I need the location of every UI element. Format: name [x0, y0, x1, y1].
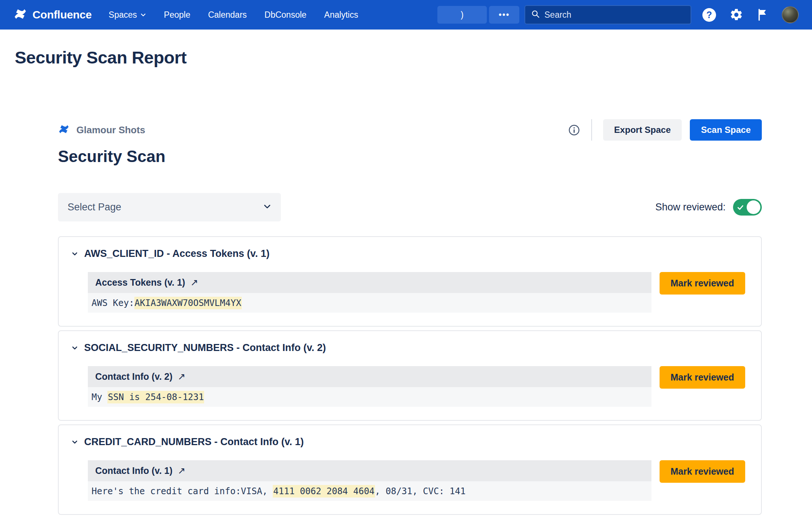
sensitive-highlight: AKIA3WAXW70OSMVLM4YX	[134, 297, 242, 309]
findings-list: AWS_CLIENT_ID - Access Tokens (v. 1) Acc…	[58, 236, 762, 515]
finding-title: SOCIAL_SECURITY_NUMBERS - Contact Info (…	[84, 342, 326, 354]
finding-title: AWS_CLIENT_ID - Access Tokens (v. 1)	[84, 248, 269, 259]
space-heading: Security Scan	[58, 147, 762, 166]
finding-content: Here's the credit card info:VISA, 4111 0…	[88, 481, 651, 501]
open-link-icon[interactable]: ↗	[178, 371, 185, 382]
finding-body: Access Tokens (v. 1) ↗ AWS Key:AKIA3WAXW…	[88, 272, 745, 313]
search-box	[524, 5, 691, 24]
nav-item-calendars[interactable]: Calendars	[208, 10, 247, 20]
source-page-link[interactable]: Contact Info (v. 2)	[95, 371, 172, 382]
export-space-button[interactable]: Export Space	[603, 119, 682, 141]
settings-gear-icon[interactable]	[729, 8, 743, 22]
show-reviewed-control: Show reviewed:	[655, 199, 762, 216]
collapse-chevron-icon[interactable]	[71, 250, 78, 257]
source-page-link[interactable]: Contact Info (v. 1)	[95, 465, 172, 476]
space-actions: Export Space Scan Space	[568, 119, 762, 141]
mark-reviewed-button[interactable]: Mark reviewed	[660, 272, 745, 295]
source-page-bar: Access Tokens (v. 1) ↗	[88, 272, 651, 293]
navbar-icons: ?	[702, 6, 799, 23]
finding-header: SOCIAL_SECURITY_NUMBERS - Contact Info (…	[71, 342, 745, 354]
create-button[interactable]: )	[437, 6, 487, 24]
divider	[591, 119, 592, 141]
source-page-link[interactable]: Access Tokens (v. 1)	[95, 277, 185, 288]
show-reviewed-toggle[interactable]	[733, 199, 762, 216]
finding-card: SOCIAL_SECURITY_NUMBERS - Contact Info (…	[58, 330, 762, 421]
breadcrumb[interactable]: Glamour Shots	[58, 123, 145, 137]
finding-card: AWS_CLIENT_ID - Access Tokens (v. 1) Acc…	[58, 236, 762, 327]
finding-card: CREDIT_CARD_NUMBERS - Contact Info (v. 1…	[58, 424, 762, 515]
finding-body: Contact Info (v. 2) ↗ My SSN is 254-08-1…	[88, 366, 745, 407]
nav-item-spaces[interactable]: Spaces	[109, 10, 146, 20]
collapse-chevron-icon[interactable]	[71, 438, 78, 445]
nav-item-people[interactable]: People	[164, 10, 190, 20]
primary-nav: Spaces People Calendars DbConsole Analyt…	[109, 10, 358, 20]
brand-name: Confluence	[32, 8, 92, 21]
main-content: Glamour Shots Export Space Scan Space Se…	[58, 119, 762, 515]
space-logo-icon	[58, 123, 70, 137]
nav-item-dbconsole[interactable]: DbConsole	[265, 10, 307, 20]
more-actions-button[interactable]: •••	[489, 6, 519, 24]
finding-main: Contact Info (v. 1) ↗ Here's the credit …	[88, 460, 651, 501]
content-prefix: My	[92, 392, 107, 402]
controls-row: Select Page Show reviewed:	[58, 193, 762, 221]
content-prefix: Here's the credit card info:VISA,	[92, 486, 273, 496]
confluence-logo-icon	[13, 7, 27, 23]
mark-reviewed-button[interactable]: Mark reviewed	[660, 460, 745, 483]
toggle-knob	[747, 200, 760, 214]
search-input[interactable]	[544, 10, 685, 20]
mark-reviewed-button[interactable]: Mark reviewed	[660, 366, 745, 389]
finding-main: Access Tokens (v. 1) ↗ AWS Key:AKIA3WAXW…	[88, 272, 651, 313]
search-icon	[531, 10, 540, 20]
open-link-icon[interactable]: ↗	[178, 465, 185, 476]
select-page-dropdown[interactable]: Select Page	[58, 193, 281, 221]
content-suffix: , 08/31, CVC: 141	[375, 486, 466, 496]
confluence-home-link[interactable]: Confluence	[13, 7, 92, 23]
page-title: Security Scan Report	[0, 30, 812, 68]
nav-item-analytics[interactable]: Analytics	[324, 10, 358, 20]
avatar[interactable]	[782, 6, 799, 23]
collapse-chevron-icon[interactable]	[71, 344, 78, 351]
finding-content: AWS Key:AKIA3WAXW70OSMVLM4YX	[88, 293, 651, 313]
source-page-bar: Contact Info (v. 2) ↗	[88, 366, 651, 387]
finding-main: Contact Info (v. 2) ↗ My SSN is 254-08-1…	[88, 366, 651, 407]
select-page-label: Select Page	[68, 202, 121, 213]
info-icon[interactable]	[568, 124, 580, 136]
finding-body: Contact Info (v. 1) ↗ Here's the credit …	[88, 460, 745, 501]
sensitive-highlight: SSN is 254-08-1231	[107, 391, 204, 403]
sensitive-highlight: 4111 0062 2084 4604	[273, 485, 375, 498]
source-page-bar: Contact Info (v. 1) ↗	[88, 460, 651, 481]
finding-title: CREDIT_CARD_NUMBERS - Contact Info (v. 1…	[84, 436, 304, 448]
space-header-row: Glamour Shots Export Space Scan Space	[58, 119, 762, 141]
content-prefix: AWS Key:	[92, 298, 134, 308]
flag-icon[interactable]	[757, 8, 768, 21]
help-icon[interactable]: ?	[702, 8, 716, 22]
check-icon	[737, 204, 744, 211]
chevron-down-icon	[263, 202, 271, 213]
space-name[interactable]: Glamour Shots	[76, 124, 145, 136]
finding-header: AWS_CLIENT_ID - Access Tokens (v. 1)	[71, 248, 745, 259]
finding-header: CREDIT_CARD_NUMBERS - Contact Info (v. 1…	[71, 436, 745, 448]
top-navbar: Confluence Spaces People Calendars DbCon…	[0, 0, 812, 30]
chevron-down-icon	[140, 10, 146, 20]
show-reviewed-label: Show reviewed:	[655, 202, 726, 213]
finding-content: My SSN is 254-08-1231	[88, 387, 651, 407]
scan-space-button[interactable]: Scan Space	[690, 119, 762, 141]
open-link-icon[interactable]: ↗	[190, 277, 198, 288]
nav-spaces-label: Spaces	[109, 10, 137, 20]
